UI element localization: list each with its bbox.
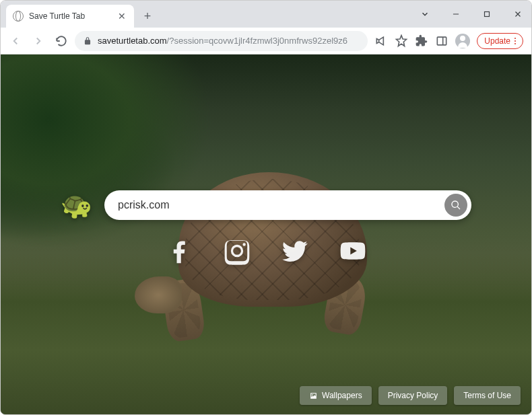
share-icon[interactable] [374,34,388,48]
svg-rect-1 [438,37,446,45]
address-bar[interactable]: saveturtletab.com/?session=qcovw1jlr4fzm… [75,31,368,51]
social-links-row [163,235,369,267]
extensions-icon[interactable] [415,34,428,48]
address-text: saveturtletab.com/?session=qcovw1jlr4fzm… [98,36,347,46]
nav-reload-button[interactable] [52,32,71,50]
facebook-icon [164,236,194,266]
page-content: 🐢 Wallpapers Privacy Policy [1,54,531,415]
svg-rect-0 [485,12,490,17]
browser-toolbar: saveturtletab.com/?session=qcovw1jlr4fzm… [1,28,531,54]
privacy-policy-button[interactable]: Privacy Policy [378,386,448,405]
twitter-link[interactable] [279,235,311,267]
new-tab-button[interactable]: + [138,7,157,26]
window-maximize-button[interactable] [477,5,496,24]
bookmark-star-icon[interactable] [395,34,408,48]
image-icon [309,391,318,400]
window-titlebar: Save Turtle Tab ✕ + [1,1,531,28]
search-box[interactable] [104,190,471,220]
search-input[interactable] [118,199,444,211]
wallpapers-button[interactable]: Wallpapers [300,386,372,405]
instagram-link[interactable] [221,235,253,267]
globe-icon [13,11,24,22]
profile-avatar[interactable] [455,34,470,48]
nav-back-button[interactable] [6,32,25,50]
search-row: 🐢 [61,190,471,220]
search-button[interactable] [444,194,467,217]
window-close-button[interactable] [508,5,527,24]
tab-title: Save Turtle Tab [29,11,111,21]
youtube-link[interactable] [337,235,369,267]
search-icon [451,200,461,211]
facebook-link[interactable] [163,235,195,267]
turtle-logo-icon: 🐢 [61,190,92,220]
window-minimize-button[interactable] [446,5,465,24]
youtube-icon [338,236,368,266]
instagram-icon [222,236,252,266]
terms-of-use-button[interactable]: Terms of Use [454,386,521,405]
tab-close-icon[interactable]: ✕ [117,11,127,22]
footer-buttons: Wallpapers Privacy Policy Terms of Use [300,386,521,405]
sidepanel-icon[interactable] [435,34,448,48]
nav-forward-button[interactable] [29,32,48,50]
update-button[interactable]: Update [477,33,523,49]
tabs-dropdown-icon[interactable] [415,5,434,24]
twitter-icon [280,236,310,266]
menu-dots-icon [514,38,516,44]
browser-tab[interactable]: Save Turtle Tab ✕ [6,5,134,28]
lock-icon [83,36,92,46]
